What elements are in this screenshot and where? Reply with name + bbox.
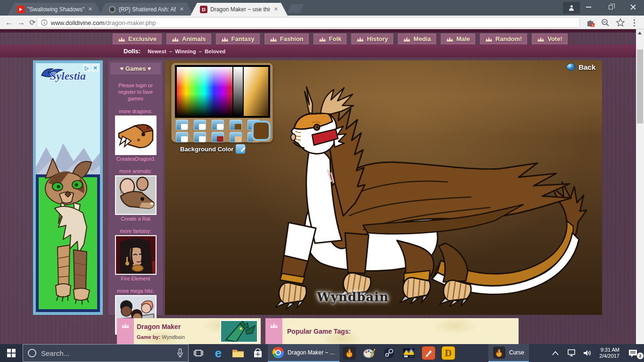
dolls-winning-link[interactable]: Winning [175,49,196,54]
task-view-button[interactable] [189,344,208,362]
grayscale-strip[interactable] [233,67,243,116]
file-explorer-button[interactable] [228,344,248,362]
nav-folk[interactable]: Folk [313,33,347,45]
paint-dotnet-button[interactable] [419,344,438,362]
sylestia-ad[interactable]: Sylestia [33,60,103,315]
nav-exclusive[interactable]: Exclusive [112,33,162,45]
swatch-9[interactable] [230,132,242,142]
category-navbar: Exclusive Animals Fantasy Fashion Folk H… [112,33,568,45]
swatch-7[interactable] [194,132,206,142]
bookmark-star-icon[interactable] [616,18,625,27]
tab-close-icon[interactable]: ✕ [273,6,279,12]
extension-puzzle-icon[interactable]: x [586,18,595,27]
thumb-createadragon1[interactable] [115,115,157,155]
back-button[interactable]: Back [565,62,595,72]
chrome-task-button[interactable]: Dragon Maker ~ ... [268,344,339,362]
page-top-strip [0,29,644,33]
more-mega-hits-link[interactable]: more mega hits: [108,288,163,294]
action-center-button[interactable]: 2 [624,349,641,357]
cortana-search-box[interactable] [23,344,189,362]
dragon-maker-canvas[interactable]: Background Color Back Wyndbain [165,60,602,315]
swatch-4[interactable] [230,120,242,130]
microphone-icon[interactable] [177,348,183,358]
network-tray-button[interactable] [564,349,578,357]
tab-dragon-maker[interactable]: D Dragon Maker ~ use this ✕ [190,3,288,16]
scrollbar-thumb[interactable] [637,49,643,123]
new-tab-button[interactable] [288,4,304,13]
thumb-create-a-rat[interactable] [115,175,157,215]
current-color-button[interactable] [252,121,271,141]
crown-icon [121,322,130,329]
url-bar[interactable]: www.dolldivine.com/dragon-maker.php [37,17,580,28]
more-fantasy-link[interactable]: more fantasy: [108,228,163,234]
zoom-out-icon[interactable] [601,18,610,27]
adchoices-icon[interactable]: ▷ [83,64,91,72]
dolls-bar: Dolls: Newest–Winning–Beloved [0,45,644,58]
palette-icon [363,347,375,359]
back-nav-icon[interactable]: ← [4,17,14,28]
browser-menu-icon[interactable] [634,19,635,21]
hue-gradient[interactable] [177,67,232,116]
paint-palette-button[interactable] [359,344,379,362]
video-editor-button[interactable] [399,344,419,362]
nav-vote[interactable]: Vote! [531,33,568,45]
caption-create-a-rat[interactable]: Create a Rat [108,216,163,222]
flame-app-button[interactable] [339,344,359,362]
game-by-value[interactable]: Wyndbain [162,334,185,340]
page-scrollbar[interactable] [636,29,644,344]
ad-close-icon[interactable]: ✕ [91,64,99,72]
nav-fantasy[interactable]: Fantasy [215,33,260,45]
shade-gradient[interactable] [244,67,268,116]
nav-media[interactable]: Media [397,33,437,45]
tab-forum[interactable]: {RP} Shattered Ash: After ✕ [99,3,193,16]
swatch-2[interactable] [194,120,206,130]
swatch-8[interactable] [212,132,224,142]
dolls-label: Dolls: [124,48,140,55]
caption-createadragon1[interactable]: CreateaDragon1 [108,156,163,162]
tab-close-icon[interactable]: ✕ [179,6,185,12]
nav-history[interactable]: History [351,33,394,45]
scroll-up-arrow[interactable] [638,32,642,34]
volume-tray-button[interactable] [580,349,594,357]
nav-random[interactable]: Random! [479,33,528,45]
color-spectrum[interactable] [175,65,270,118]
dragon-thumb-art [116,116,156,154]
start-button[interactable] [0,344,23,362]
more-animals-link[interactable]: more animals: [108,168,163,174]
nav-animals[interactable]: Animals [166,33,212,45]
more-dragons-link[interactable]: more dragons: [108,108,163,114]
dolls-beloved-link[interactable]: Beloved [205,49,225,54]
tray-chevron-button[interactable] [548,351,562,355]
search-input[interactable] [41,349,172,357]
tab-close-icon[interactable]: ✕ [87,6,93,12]
crown-icon [403,36,411,42]
minimize-button[interactable] [578,0,600,14]
info-icon[interactable] [41,19,48,26]
store-button[interactable] [248,344,268,362]
tray-clock[interactable]: 9:31 AM 2/4/2017 [596,347,622,359]
swatch-1[interactable] [176,120,188,130]
edge-button[interactable]: e [208,344,228,362]
caption-fire-element[interactable]: Fire Element [108,276,163,281]
steam-button[interactable] [379,344,399,362]
popular-tags-title: Popular Game Tags: [287,328,351,335]
dolls-newest-link[interactable]: Newest [148,49,166,54]
forward-nav-icon[interactable]: → [16,17,26,28]
tab-title: "Swallowing Shadows" H [27,6,84,13]
forum-icon [108,6,116,13]
swatch-6[interactable] [176,132,188,142]
close-button[interactable] [622,0,644,14]
tab-youtube[interactable]: "Swallowing Shadows" H ✕ [8,3,102,16]
nav-male[interactable]: Male [440,33,476,45]
game-thumbnail[interactable] [220,320,258,343]
nav-fashion[interactable]: Fashion [264,33,309,45]
store-bag-icon [253,348,263,358]
curse-task-button[interactable]: Curse [488,344,529,362]
game-title[interactable]: Dragon Maker [137,323,181,330]
pencil-icon[interactable] [236,144,245,154]
thumb-fire-element[interactable] [115,235,157,275]
d-app-button[interactable]: D [438,344,458,362]
maximize-button[interactable] [600,0,622,14]
refresh-icon[interactable]: ⟳ [27,17,38,28]
swatch-3[interactable] [212,120,224,130]
